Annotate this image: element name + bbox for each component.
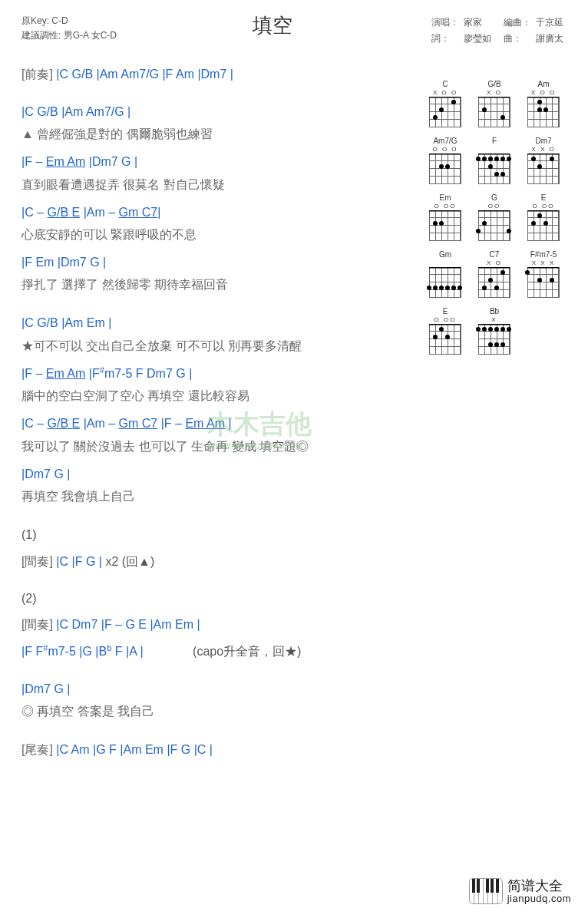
lyricist-value: 廖瑩如: [462, 31, 493, 46]
outro-chords: |C Am |G F |Am Em |F G |C |: [56, 743, 213, 756]
v1-chords-2: |F – Em Am |Dm7 G |: [21, 150, 413, 173]
singer-value: 家家: [462, 15, 493, 30]
v1-lyrics-4: 掙扎了 選擇了 然後歸零 期待幸福回音: [21, 277, 413, 293]
inter1-chords: |C |F G |: [56, 555, 102, 568]
outro-tag: [尾奏]: [21, 743, 53, 756]
chord-diagram-Em: EmO OO: [422, 193, 468, 241]
chorus-chords-3: |C – G/B E |Am – Gm C7 |F – Em Am |: [21, 412, 413, 435]
arranger-label: 編曲：: [502, 15, 533, 30]
suggested-key: 建議調性: 男G-A 女C-D: [21, 28, 117, 43]
chord-diagram-GB: G/BX O: [471, 80, 517, 127]
chorus-lyrics-4: 再填空 我會填上自己: [21, 489, 413, 505]
inter2-chords1: |C Dm7 |F – G E |Am Em |: [56, 618, 200, 631]
chord-diagram-Gm: Gm: [422, 250, 468, 298]
inter1-line: [間奏] |C |F G | x2 (回▲): [21, 550, 413, 573]
chord-diagrams: CX O OG/BX OAmX O OAm7/G O O OFDm7X X O …: [421, 77, 574, 361]
chord-sheet: [前奏] |C G/B |Am Am7/G |F Am |Dm7 | |C G/…: [21, 63, 413, 761]
inter2-chords2: |F F#m7-5 |G |Bb F |A |: [21, 645, 144, 658]
chord-diagram-E: EO OO: [520, 193, 567, 241]
left-meta: 原Key: C-D 建議調性: 男G-A 女C-D: [21, 14, 117, 43]
composer-label: 曲：: [502, 31, 533, 46]
chord-diagram-C: CX O O: [422, 80, 468, 127]
page-title: 填空: [117, 12, 428, 39]
coda-lyrics: ◎ 再填空 答案是 我自己: [21, 704, 413, 720]
inter2-line1: [間奏] |C Dm7 |F – G E |Am Em |: [21, 613, 413, 636]
v1-lyrics-1: ▲ 曾經倔強是對的 偶爾脆弱也練習: [21, 127, 413, 143]
original-key: 原Key: C-D: [21, 14, 117, 28]
chord-diagram-Fm7-5: F#m7-5X X X: [520, 250, 567, 298]
chorus-lyrics-1: ★可不可以 交出自己全放棄 可不可以 別再要多清醒: [21, 338, 413, 355]
coda-chords: |Dm7 G |: [21, 678, 413, 701]
logo-url: jianpudq.com: [507, 893, 571, 904]
intro-tag: [前奏]: [21, 68, 53, 81]
chord-diagram-F: F: [471, 137, 517, 184]
v1-chords-4: |F Em |Dm7 G |: [21, 251, 413, 274]
credits: 演唱： 家家 編曲： 于京延 詞： 廖瑩如 曲： 謝廣太: [428, 14, 567, 48]
chord-diagram-E: EO OO: [422, 307, 468, 355]
singer-label: 演唱：: [430, 15, 461, 30]
chord-diagram-Am7G: Am7/G O O O: [422, 137, 468, 184]
inter2-line2: |F F#m7-5 |G |Bb F |A | (capo升全音，回★): [21, 640, 413, 664]
lyricist-label: 詞：: [430, 31, 461, 46]
inter1-tag: [間奏]: [21, 555, 53, 568]
logo-text: 简谱大全: [507, 879, 571, 893]
piano-icon: [469, 878, 503, 904]
chorus-chords-4: |Dm7 G |: [21, 463, 413, 486]
chord-diagram-G: G OO: [471, 193, 517, 241]
site-logo: 简谱大全 jianpudq.com: [469, 878, 571, 904]
inter2-num: (2): [21, 587, 413, 610]
composer-value: 謝廣太: [534, 31, 565, 46]
chorus-lyrics-3: 我可以了 關於沒過去 也可以了 生命再 變成 填空題◎: [21, 439, 413, 455]
chord-diagram-Bb: BbX: [471, 307, 517, 355]
inter2-note: (capo升全音，回★): [193, 645, 301, 658]
chorus-lyrics-2: 腦中的空白空洞了空心 再填空 還比較容易: [21, 388, 413, 405]
v1-chords-3: |C – G/B E |Am – Gm C7|: [21, 201, 413, 224]
chorus-chords-1: |C G/B |Am Em |: [21, 312, 413, 335]
header: 原Key: C-D 建議調性: 男G-A 女C-D 填空 演唱： 家家 編曲： …: [21, 14, 567, 48]
chord-diagram-C7: C7X O: [471, 250, 517, 298]
outro-line: [尾奏] |C Am |G F |Am Em |F G |C |: [21, 738, 413, 761]
intro-chords: |C G/B |Am Am7/G |F Am |Dm7 |: [56, 68, 233, 81]
chorus-chords-2: |F – Em Am |F#m7-5 F Dm7 G |: [21, 362, 413, 386]
v1-chords-1: |C G/B |Am Am7/G |: [21, 101, 413, 124]
chord-diagram-Dm7: Dm7X X O: [520, 137, 567, 184]
inter1-num: (1): [21, 523, 413, 547]
chord-diagram-Am: AmX O O: [520, 80, 567, 127]
arranger-value: 于京延: [534, 15, 565, 30]
v1-lyrics-2: 直到眼看遭遇捉弄 很莫名 對自己懷疑: [21, 177, 413, 193]
intro-line: [前奏] |C G/B |Am Am7/G |F Am |Dm7 |: [21, 63, 413, 86]
v1-lyrics-3: 心底安靜的可以 緊跟呼吸的不息: [21, 227, 413, 243]
inter2-tag: [間奏]: [21, 618, 53, 631]
